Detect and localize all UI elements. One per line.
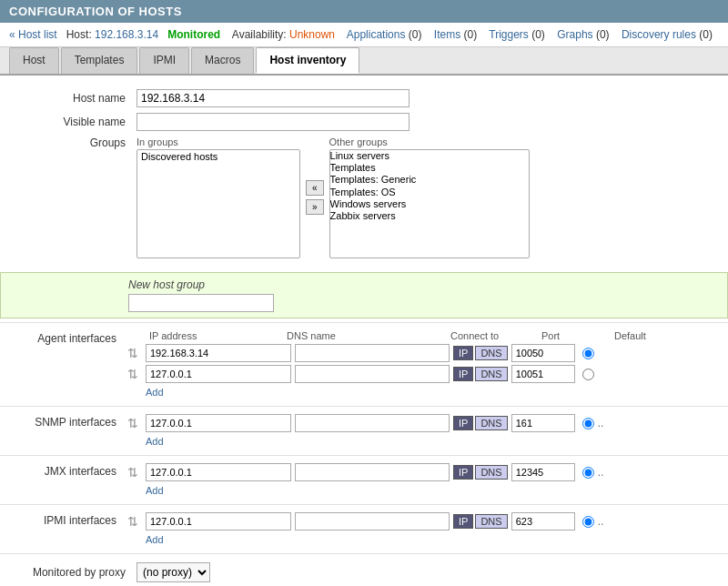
ipmi-interfaces-label: IPMI interfaces (9, 512, 127, 527)
tab-templates[interactable]: Templates (61, 47, 138, 74)
page-title: CONFIGURATION OF HOSTS (9, 5, 182, 18)
agent-port-input-1[interactable] (511, 344, 575, 362)
drag-handle-1[interactable]: ⇅ (127, 346, 142, 360)
breadcrumb-bar: « Host list Host: 192.168.3.14 Monitored… (0, 23, 728, 47)
proxy-select[interactable]: (no proxy) (136, 562, 210, 582)
add-jmx-link[interactable]: Add (146, 485, 164, 496)
ipmi-interfaces-section: IPMI interfaces ⇅ IP DNS .. Add (0, 509, 728, 550)
connect-btns-2: IP DNS (453, 367, 508, 381)
jmx-dots-1: .. (598, 466, 604, 479)
jmx-drag-handle-1[interactable]: ⇅ (127, 465, 142, 480)
snmp-interfaces-section: SNMP interfaces ⇅ IP DNS .. Add (0, 410, 728, 451)
visible-name-label: Visible name (18, 116, 136, 128)
dns-btn-2[interactable]: DNS (475, 367, 507, 381)
agent-interface-entry-2: ⇅ IP DNS (127, 365, 719, 383)
visible-name-row: Visible name (18, 113, 710, 131)
agent-interfaces-label: Agent interfaces (9, 330, 127, 345)
group-arrows: « » (304, 136, 326, 258)
connect-btns-1: IP DNS (453, 346, 508, 360)
jmx-dns-btn-1[interactable]: DNS (475, 465, 507, 480)
snmp-interfaces-content: ⇅ IP DNS .. Add (127, 414, 719, 448)
jmx-ip-input-1[interactable] (146, 463, 291, 481)
other-groups-listbox[interactable]: Linux servers Templates Templates: Gener… (329, 149, 530, 258)
groups-container: In groups Discovered hosts « » Other gro… (136, 136, 530, 258)
jmx-ip-btn-1[interactable]: IP (453, 465, 473, 480)
tab-host-inventory[interactable]: Host inventory (256, 47, 359, 74)
proxy-row: Monitored by proxy (no proxy) (18, 562, 710, 582)
ipmi-dns-btn-1[interactable]: DNS (475, 514, 507, 529)
tab-host[interactable]: Host (9, 47, 59, 74)
move-left-btn[interactable]: « (306, 180, 324, 196)
host-name-row: Host name (18, 89, 710, 107)
dns-btn-1[interactable]: DNS (475, 346, 507, 360)
tab-ipmi[interactable]: IPMI (139, 47, 189, 74)
ipmi-drag-handle-1[interactable]: ⇅ (127, 514, 142, 529)
jmx-dns-input-1[interactable] (295, 463, 450, 481)
snmp-interface-entry-1: ⇅ IP DNS .. (127, 414, 719, 432)
agent-port-input-2[interactable] (511, 365, 575, 383)
snmp-ip-btn-1[interactable]: IP (453, 416, 473, 430)
jmx-interfaces-content: ⇅ IP DNS .. Add (127, 463, 719, 497)
other-groups-label: Other groups (329, 136, 530, 147)
snmp-port-input-1[interactable] (511, 414, 575, 432)
add-ipmi-link[interactable]: Add (146, 534, 164, 545)
ipmi-ip-input-1[interactable] (146, 512, 291, 530)
jmx-default-radio-1[interactable] (582, 467, 594, 479)
snmp-ip-input-1[interactable] (146, 414, 291, 432)
page-title-bar: CONFIGURATION OF HOSTS (0, 0, 728, 23)
agent-interface-entry-1: ⇅ IP DNS (127, 344, 719, 362)
ip-address-col-header: IP address (127, 330, 287, 341)
agent-ip-input-2[interactable] (146, 365, 291, 383)
new-host-group-input[interactable] (128, 294, 274, 312)
default-radio-2[interactable] (582, 369, 594, 380)
discovery-link[interactable]: Discovery rules (622, 28, 696, 41)
add-snmp-link[interactable]: Add (146, 436, 164, 447)
jmx-interfaces-section: JMX interfaces ⇅ IP DNS .. Add (0, 460, 728, 500)
jmx-interfaces-label: JMX interfaces (9, 463, 127, 478)
host-ip-link[interactable]: 192.168.3.14 (95, 28, 158, 41)
snmp-connect-btns-1: IP DNS (453, 416, 508, 430)
ipmi-default-radio-1[interactable] (582, 516, 594, 528)
agent-ip-input-1[interactable] (146, 344, 291, 362)
items-link[interactable]: Items (434, 28, 460, 41)
visible-name-input[interactable] (136, 113, 410, 131)
add-agent-link[interactable]: Add (146, 387, 164, 398)
ipmi-ip-btn-1[interactable]: IP (453, 514, 473, 529)
monitored-status: Monitored (167, 28, 220, 41)
ip-btn-2[interactable]: IP (453, 367, 473, 381)
ipmi-port-input-1[interactable] (511, 512, 575, 530)
snmp-dns-btn-1[interactable]: DNS (475, 416, 507, 430)
host-name-label: Host name (18, 92, 136, 105)
host-list-link[interactable]: « Host list (9, 28, 57, 41)
jmx-port-input-1[interactable] (511, 463, 575, 481)
tab-macros[interactable]: Macros (191, 47, 254, 74)
other-groups-box: Other groups Linux servers Templates Tem… (329, 136, 530, 258)
snmp-drag-handle-1[interactable]: ⇅ (127, 416, 142, 430)
agent-dns-input-1[interactable] (295, 344, 450, 362)
agent-dns-input-2[interactable] (295, 365, 450, 383)
tabs-bar: Host Templates IPMI Macros Host inventor… (0, 47, 728, 76)
applications-link[interactable]: Applications (347, 28, 406, 41)
snmp-default-radio-1[interactable] (582, 418, 594, 429)
ipmi-interface-entry-1: ⇅ IP DNS .. (127, 512, 719, 530)
triggers-count: (0) (531, 28, 545, 41)
ipmi-dots-1: .. (598, 515, 604, 528)
ip-btn-1[interactable]: IP (453, 346, 473, 360)
snmp-dns-input-1[interactable] (295, 414, 450, 432)
move-right-btn[interactable]: » (306, 199, 324, 215)
ipmi-dns-input-1[interactable] (295, 512, 450, 530)
triggers-link[interactable]: Triggers (489, 28, 529, 41)
discovery-count: (0) (699, 28, 713, 41)
new-host-group-section: New host group (0, 272, 728, 318)
dns-name-col-header: DNS name (287, 330, 450, 341)
host-name-input[interactable] (136, 89, 410, 107)
in-group-option[interactable]: Discovered hosts (137, 150, 299, 163)
drag-handle-2[interactable]: ⇅ (127, 367, 142, 381)
graphs-link[interactable]: Graphs (557, 28, 592, 41)
default-radio-1[interactable] (582, 348, 594, 359)
host-name-section: Host name Visible name Groups In groups … (0, 85, 728, 268)
new-host-group-label: New host group (128, 278, 718, 291)
proxy-section: Monitored by proxy (no proxy) Status Mon… (0, 558, 728, 586)
in-groups-listbox[interactable]: Discovered hosts (136, 149, 300, 258)
groups-row: Groups In groups Discovered hosts « » Ot… (18, 136, 710, 258)
